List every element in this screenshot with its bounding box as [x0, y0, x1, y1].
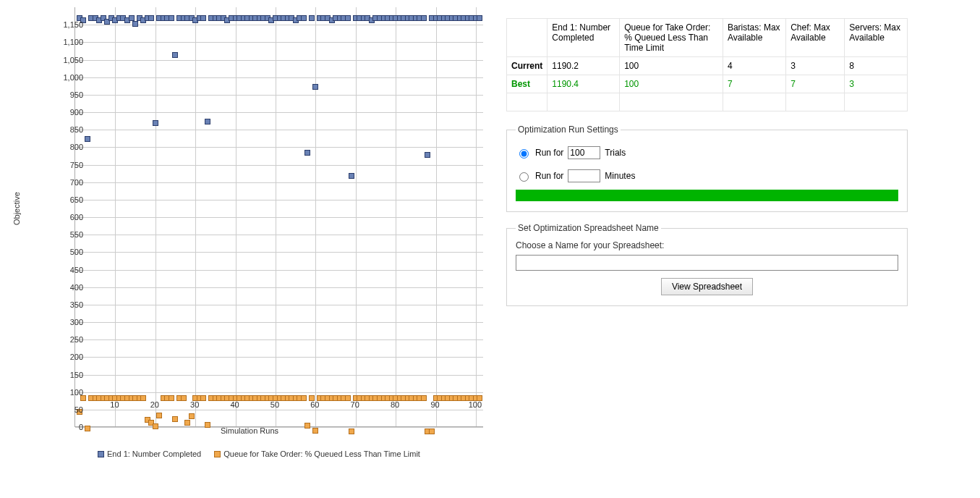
controls-panel: End 1: Number CompletedQueue for Take Or… — [506, 4, 908, 498]
data-point — [172, 416, 178, 422]
chart-legend: End 1: Number Completed Queue for Take O… — [98, 450, 420, 458]
run-trials-row: Run for Trials — [516, 146, 898, 159]
results-header-row: End 1: Number CompletedQueue for Take Or… — [507, 19, 908, 57]
y-tick: 700 — [54, 178, 83, 187]
run-trials-radio[interactable] — [519, 149, 529, 159]
data-point — [429, 429, 435, 434]
results-table: End 1: Number CompletedQueue for Take Or… — [506, 18, 908, 111]
spreadsheet-name-input[interactable] — [516, 255, 898, 271]
y-tick: 650 — [54, 195, 83, 204]
results-cell: 100 — [620, 57, 723, 75]
data-point — [153, 423, 158, 429]
y-tick: 400 — [54, 283, 83, 292]
data-point — [189, 413, 195, 419]
trials-input[interactable] — [568, 146, 600, 159]
run-for-label-2: Run for — [535, 171, 563, 181]
results-col-header: Chef: Max Available — [786, 19, 845, 57]
run-minutes-radio[interactable] — [519, 172, 529, 182]
run-for-label-1: Run for — [535, 148, 563, 158]
y-tick: 300 — [54, 318, 83, 326]
data-point — [85, 426, 90, 431]
legend-item-2: Queue for Take Order: % Queued Less Than… — [214, 450, 420, 458]
data-point — [301, 15, 307, 21]
y-tick: 150 — [54, 371, 83, 379]
results-cell: 8 — [845, 57, 908, 75]
data-point — [169, 395, 174, 401]
spreadsheet-settings: Set Optimization Spreadsheet Name Choose… — [506, 223, 908, 306]
legend-label-2: Queue for Take Order: % Queued Less Than… — [223, 450, 420, 458]
data-point — [349, 173, 354, 179]
y-tick: 600 — [54, 213, 83, 221]
data-point — [205, 119, 210, 124]
objective-chart: Objective Simulation Runs End 1: Number … — [4, 4, 495, 467]
y-tick: 550 — [54, 230, 83, 239]
x-tick: 40 — [230, 400, 239, 409]
legend-item-1: End 1: Number Completed — [98, 450, 201, 458]
y-tick: 100 — [54, 388, 83, 397]
data-point — [304, 150, 310, 156]
results-cell: 3 — [845, 75, 908, 93]
y-tick: 0 — [54, 423, 83, 431]
data-point — [172, 52, 178, 58]
y-tick: 1,000 — [54, 73, 83, 82]
results-col-header: Baristas: Max Available — [723, 19, 785, 57]
data-point — [85, 136, 90, 142]
run-minutes-row: Run for Minutes — [516, 169, 898, 182]
x-tick: 30 — [190, 400, 199, 409]
data-point — [421, 395, 427, 401]
legend-swatch-orange — [214, 451, 221, 457]
minutes-input[interactable] — [568, 169, 600, 182]
y-tick: 1,050 — [54, 56, 83, 64]
x-tick: 60 — [310, 400, 319, 409]
data-point — [309, 15, 315, 21]
x-tick: 90 — [430, 400, 439, 409]
y-tick: 350 — [54, 300, 83, 309]
data-point — [477, 15, 482, 21]
settings-legend: Optimization Run Settings — [516, 124, 621, 135]
data-point — [312, 428, 318, 434]
x-tick: 10 — [110, 400, 119, 409]
x-tick: 20 — [150, 400, 159, 409]
y-axis-label: Objective — [12, 192, 21, 225]
y-tick: 850 — [54, 125, 83, 134]
data-point — [132, 21, 138, 27]
data-point — [148, 15, 154, 21]
data-point — [181, 395, 187, 401]
x-axis-label: Simulation Runs — [221, 426, 278, 435]
results-row: Best1190.4100773 — [507, 75, 908, 93]
data-point — [345, 15, 351, 21]
results-row-label: Best — [507, 75, 547, 93]
data-point — [304, 423, 310, 429]
results-col-header: End 1: Number Completed — [547, 19, 620, 57]
y-tick: 800 — [54, 143, 83, 151]
data-point — [169, 15, 174, 21]
trials-suffix: Trials — [605, 148, 626, 158]
data-point — [184, 420, 190, 426]
app-container: Objective Simulation Runs End 1: Number … — [4, 4, 980, 498]
x-tick: 70 — [351, 400, 359, 409]
data-point — [200, 15, 206, 21]
y-tick: 200 — [54, 353, 83, 361]
data-point — [421, 15, 427, 21]
y-tick: 50 — [54, 405, 83, 414]
results-cell: 4 — [723, 57, 785, 75]
data-point — [425, 152, 430, 158]
results-row-label: Current — [507, 57, 547, 75]
data-point — [200, 395, 206, 401]
y-tick: 950 — [54, 90, 83, 99]
results-col-header: Servers: Max Available — [845, 19, 908, 57]
results-col-header — [507, 19, 547, 57]
data-point — [205, 422, 210, 428]
spreadsheet-prompt: Choose a Name for your Spreadsheet: — [516, 240, 898, 250]
data-point — [153, 120, 158, 126]
y-tick: 500 — [54, 248, 83, 256]
chart-panel: Objective Simulation Runs End 1: Number … — [4, 4, 495, 496]
results-cell: 100 — [620, 75, 723, 93]
results-row-empty — [507, 93, 908, 111]
x-tick: 100 — [469, 400, 482, 409]
results-cell: 3 — [786, 57, 845, 75]
view-spreadsheet-button[interactable]: View Spreadsheet — [661, 278, 753, 295]
y-tick: 900 — [54, 108, 83, 117]
plot-area — [74, 7, 483, 427]
x-tick: 80 — [391, 400, 399, 409]
